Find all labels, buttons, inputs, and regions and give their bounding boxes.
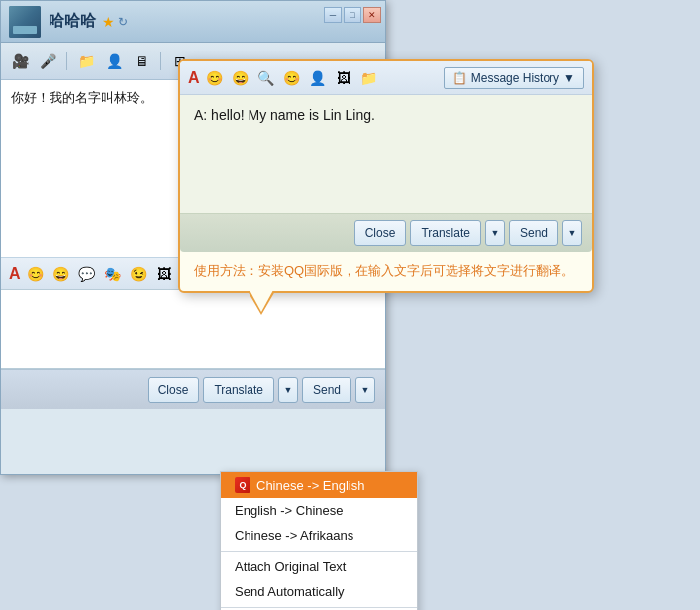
chat-title: 哈哈哈: [49, 11, 96, 32]
menu-item-chinese-english[interactable]: Q Chinese -> English: [221, 472, 417, 498]
popup-emoji-icon[interactable]: 😊: [204, 67, 226, 89]
refresh-icon: ↻: [118, 15, 128, 29]
close-button[interactable]: Close: [148, 377, 200, 403]
bottom-bar: Close Translate ▼ Send ▼: [1, 369, 385, 409]
wink-icon[interactable]: 😉: [128, 263, 150, 285]
window-controls: ─ □ ✕: [324, 7, 381, 23]
popup-message-text: A: hello! My name is Lin Ling.: [194, 107, 578, 123]
emoji2-icon[interactable]: 😄: [50, 263, 72, 285]
chat-avatar: [9, 6, 41, 38]
menu-item-english-chinese[interactable]: English -> Chinese: [221, 498, 417, 523]
menu-item-attach-original[interactable]: Attach Original Text: [221, 555, 417, 579]
chat-titlebar: 哈哈哈 ★ ↻ ─ □ ✕: [1, 1, 385, 43]
window-close-button[interactable]: ✕: [363, 7, 381, 23]
popup-folder-icon[interactable]: 📁: [358, 67, 380, 89]
chat-input-area[interactable]: [1, 290, 385, 369]
history-arrow: ▼: [563, 71, 575, 85]
mic-icon[interactable]: 🎤: [37, 51, 58, 72]
popup-translate-button[interactable]: Translate: [410, 220, 481, 246]
popup-search-icon[interactable]: 🔍: [255, 67, 277, 89]
message-history-button[interactable]: 📋 Message History ▼: [444, 67, 584, 89]
popup-send-button[interactable]: Send: [509, 220, 558, 246]
popup-toolbar: A 😊 😄 🔍 😊 👤 🖼 📁 📋 Message History ▼: [180, 61, 592, 95]
nudge-icon[interactable]: 💬: [76, 263, 98, 285]
menu-item-send-automatically[interactable]: Send Automatically: [221, 579, 417, 604]
popup-close-button[interactable]: Close: [354, 220, 407, 246]
translate-dropdown-arrow[interactable]: ▼: [278, 377, 298, 403]
popup-font-a-icon[interactable]: A: [188, 69, 200, 87]
font-a-icon[interactable]: A: [9, 265, 21, 283]
translator-popup: A 😊 😄 🔍 😊 👤 🖼 📁 📋 Message History ▼ A: h…: [178, 59, 594, 293]
popup-emoji3-icon[interactable]: 😊: [281, 67, 303, 89]
popup-translate-arrow[interactable]: ▼: [485, 220, 505, 246]
restore-button[interactable]: □: [344, 7, 361, 23]
popup-bottom-bar: Close Translate ▼ Send ▼: [180, 214, 592, 252]
qq-icon: Q: [235, 477, 250, 493]
emoji-icon[interactable]: 😊: [25, 263, 47, 285]
menu-separator-2: [221, 607, 417, 608]
popup-image-icon[interactable]: 🖼: [333, 67, 354, 89]
add-contact-icon[interactable]: 👤: [103, 51, 125, 72]
popup-message-area: A: hello! My name is Lin Ling.: [180, 95, 592, 214]
popup-emoji2-icon[interactable]: 😄: [230, 67, 251, 89]
send-button[interactable]: Send: [302, 377, 351, 403]
folder-icon[interactable]: 📁: [75, 51, 97, 72]
webcam-icon[interactable]: 🎥: [9, 51, 31, 72]
menu-item-chinese-afrikaans[interactable]: Chinese -> Afrikaans: [221, 523, 417, 548]
translate-button[interactable]: Translate: [203, 377, 274, 403]
dropdown-menu: Q Chinese -> English English -> Chinese …: [220, 471, 418, 610]
screen-capture-icon[interactable]: 🖥: [131, 51, 152, 72]
toolbar-sep-1: [66, 52, 67, 70]
popup-user-icon[interactable]: 👤: [307, 67, 329, 89]
usage-hint: 使用方法：安装QQ国际版，在输入文字后可选择将文字进行翻译。: [180, 252, 592, 291]
menu-separator-1: [221, 551, 417, 552]
star-icon: ★: [102, 14, 115, 30]
popup-send-arrow[interactable]: ▼: [562, 220, 582, 246]
history-icon: 📋: [452, 71, 467, 85]
minimize-button[interactable]: ─: [324, 7, 342, 23]
image-icon[interactable]: 🖼: [153, 263, 175, 285]
toolbar-sep-2: [160, 52, 161, 70]
title-icons: ★ ↻: [102, 14, 128, 30]
emoji3-icon[interactable]: 🎭: [102, 263, 124, 285]
send-dropdown-arrow[interactable]: ▼: [355, 377, 375, 403]
